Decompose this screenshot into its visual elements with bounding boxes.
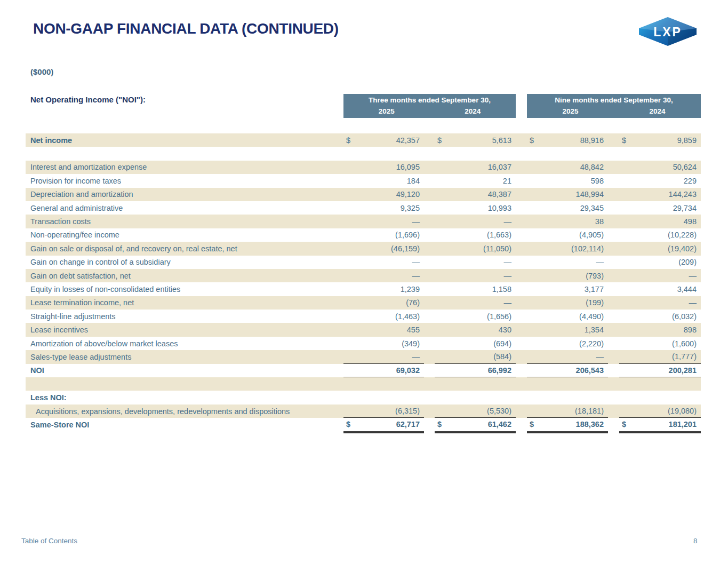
value: 144,243 bbox=[669, 190, 697, 199]
spacer-row bbox=[26, 147, 701, 160]
value: 3,177 bbox=[585, 285, 604, 294]
value-cell: 229 bbox=[619, 174, 701, 187]
value: 229 bbox=[684, 177, 697, 185]
row-label: Transaction costs bbox=[30, 215, 91, 228]
value-cell: 1,239 bbox=[343, 282, 424, 296]
value: (2,220) bbox=[579, 339, 604, 348]
value-cell: (694) bbox=[435, 337, 516, 350]
value: (6,315) bbox=[395, 407, 420, 415]
value: 29,734 bbox=[673, 204, 697, 212]
value-cell: $9,859 bbox=[619, 133, 701, 147]
value: 188,362 bbox=[576, 420, 604, 429]
table-row: Lease termination income, net(76)—(199)— bbox=[26, 296, 701, 310]
lxp-logo-icon: LXP bbox=[634, 14, 702, 49]
value: 200,281 bbox=[669, 366, 697, 375]
value: 42,357 bbox=[396, 136, 420, 145]
value: 1,158 bbox=[492, 285, 511, 294]
value: (46,159) bbox=[391, 244, 420, 253]
value-cell: (1,663) bbox=[435, 228, 516, 242]
value-cell: 430 bbox=[435, 323, 516, 336]
year-header: 2024 bbox=[430, 107, 516, 115]
value: — bbox=[504, 258, 512, 266]
value-cell: (1,600) bbox=[619, 337, 701, 350]
noi-table: Net income$42,357$5,613$88,916$9,859Inte… bbox=[26, 133, 701, 432]
value: (349) bbox=[402, 339, 420, 348]
value: 181,201 bbox=[669, 420, 697, 429]
table-of-contents-link[interactable]: Table of Contents bbox=[21, 537, 77, 545]
section-label: Net Operating Income ("NOI"): bbox=[30, 95, 146, 104]
value-cell: 48,387 bbox=[435, 188, 516, 201]
row-label: Equity in losses of non-consolidated ent… bbox=[30, 282, 180, 296]
row-label: Lease incentives bbox=[30, 323, 88, 336]
value-cell: (1,777) bbox=[619, 350, 701, 363]
value-cell: 29,734 bbox=[619, 201, 701, 215]
value-cell: 10,993 bbox=[435, 201, 516, 215]
row-label: NOI bbox=[30, 364, 44, 377]
value-cell: 3,177 bbox=[527, 282, 608, 296]
value-cell bbox=[527, 391, 608, 404]
row-label: Gain on sale or disposal of, and recover… bbox=[30, 242, 237, 255]
column-group-label: Nine months ended September 30, bbox=[527, 94, 701, 104]
value: (18,181) bbox=[575, 407, 604, 415]
value-cell: — bbox=[343, 269, 424, 282]
row-label: Provision for income taxes bbox=[30, 174, 121, 187]
lxp-logo: LXP bbox=[634, 14, 702, 49]
value-cell: (5,530) bbox=[435, 405, 516, 418]
units-note: ($000) bbox=[30, 67, 53, 76]
dollar-sign: $ bbox=[622, 136, 626, 145]
dollar-sign: $ bbox=[530, 136, 534, 145]
value: (1,663) bbox=[487, 231, 511, 239]
dollar-sign: $ bbox=[530, 420, 534, 429]
dollar-sign: $ bbox=[346, 420, 350, 429]
value-cell: 200,281 bbox=[619, 364, 701, 377]
value-cell: (10,228) bbox=[619, 228, 701, 242]
value: (10,228) bbox=[668, 231, 697, 239]
value: — bbox=[689, 272, 697, 280]
value: 21 bbox=[503, 177, 511, 185]
row-label: Depreciation and amortization bbox=[30, 188, 133, 201]
value-cell: (4,490) bbox=[527, 310, 608, 323]
dollar-sign: $ bbox=[622, 420, 626, 429]
table-row: Equity in losses of non-consolidated ent… bbox=[26, 282, 701, 296]
value: (5,530) bbox=[487, 407, 511, 415]
value-cell: 3,444 bbox=[619, 282, 701, 296]
value-cell: (199) bbox=[527, 296, 608, 310]
value: (1,696) bbox=[395, 231, 420, 239]
table-row: Acquisitions, expansions, developments, … bbox=[26, 405, 701, 418]
value-cell: $5,613 bbox=[435, 133, 516, 147]
table-row: Amortization of above/below market lease… bbox=[26, 337, 701, 350]
table-row: Less NOI: bbox=[26, 391, 701, 404]
value-cell: (6,032) bbox=[619, 310, 701, 323]
value: 5,613 bbox=[492, 136, 511, 145]
value: 206,543 bbox=[576, 366, 604, 375]
value-cell: 455 bbox=[343, 323, 424, 336]
value: 29,345 bbox=[580, 204, 604, 212]
table-row: Provision for income taxes18421598229 bbox=[26, 174, 701, 187]
value-cell: 1,354 bbox=[527, 323, 608, 336]
row-label: Acquisitions, expansions, developments, … bbox=[36, 405, 290, 418]
row-label: Non-operating/fee income bbox=[30, 228, 119, 242]
value-cell: (1,696) bbox=[343, 228, 424, 242]
value-cell: 50,624 bbox=[619, 161, 701, 174]
value: (694) bbox=[493, 339, 511, 348]
value: 430 bbox=[499, 326, 511, 334]
value-cell: $42,357 bbox=[343, 133, 424, 147]
table-row: Sales-type lease adjustments—(584)—(1,77… bbox=[26, 350, 701, 363]
table-row: Straight-line adjustments(1,463)(1,656)(… bbox=[26, 310, 701, 323]
value-cell: 69,032 bbox=[343, 364, 424, 377]
row-label: Gain on change in control of a subsidiar… bbox=[30, 256, 171, 269]
value-cell: 16,037 bbox=[435, 161, 516, 174]
table-row: General and administrative9,32510,99329,… bbox=[26, 201, 701, 215]
value-cell: 16,095 bbox=[343, 161, 424, 174]
value: — bbox=[504, 298, 512, 307]
row-label: Amortization of above/below market lease… bbox=[30, 337, 178, 350]
value: 16,037 bbox=[488, 163, 511, 171]
value-cell bbox=[619, 391, 701, 404]
row-label: Gain on debt satisfaction, net bbox=[30, 269, 131, 282]
value: (6,032) bbox=[672, 312, 697, 321]
value-cell: (584) bbox=[435, 350, 516, 363]
value: — bbox=[412, 272, 420, 280]
value: 10,993 bbox=[488, 204, 511, 212]
value-cell: — bbox=[435, 269, 516, 282]
value-cell: 49,120 bbox=[343, 188, 424, 201]
